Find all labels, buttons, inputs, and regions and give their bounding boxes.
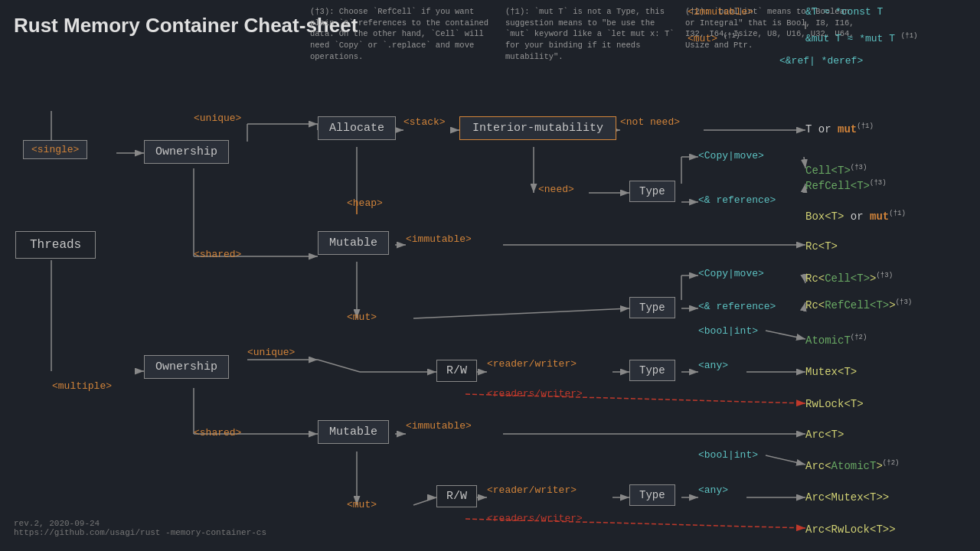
- box-type: Box<T> or mut(†1): [805, 210, 906, 223]
- svg-line-31: [413, 308, 629, 318]
- t-or-mut-type: T or mut(†1): [805, 122, 874, 135]
- mut-ref-top-label: <mut> (†1): [688, 32, 740, 44]
- reader-writer1-label: <reader/writer>: [487, 358, 577, 370]
- single-box: <single>: [23, 140, 87, 159]
- need-label: <need>: [538, 184, 574, 195]
- note-1: (†1): `mut T` is not a Type, this sugges…: [505, 6, 681, 62]
- bool-int2-label: <bool|int>: [698, 449, 758, 461]
- mut1-label: <mut>: [347, 311, 377, 323]
- svg-line-60: [766, 455, 805, 465]
- rw2-box: R/W: [436, 485, 477, 507]
- arc-atomic-type: Arc<AtomicT>(†2): [805, 459, 899, 472]
- rc-cell-type: Rc<Cell<T>>(†3): [805, 272, 893, 285]
- svg-line-37: [766, 331, 805, 339]
- shared1-label: <shared>: [194, 249, 241, 260]
- rw1-box: R/W: [436, 360, 477, 382]
- arc-rwlock-type: Arc<RwLock<T>>: [805, 523, 896, 536]
- type1-box: Type: [629, 181, 675, 202]
- threads-box: Threads: [15, 231, 96, 259]
- copy-move1-label: <Copy|move>: [698, 150, 764, 161]
- mutable2-box: Mutable: [318, 420, 389, 444]
- svg-line-53: [413, 497, 436, 505]
- mutable1-box: Mutable: [318, 231, 389, 255]
- cell-type: Cell<T>(†3): [805, 164, 867, 177]
- readers-writer1-label: <readers/writer>: [487, 388, 583, 399]
- ref-ref2-label: <& reference>: [698, 301, 776, 312]
- reader-writer2-label: <reader/writer>: [487, 484, 577, 496]
- ref-deref-label: <&ref| *deref>: [779, 55, 863, 67]
- note-3: (†3): Choose `RefCell` if you want plain…: [310, 6, 501, 62]
- any1-label: <any>: [698, 360, 728, 371]
- mut-ref-label: &mut T ≈ *mut T (†1): [805, 32, 917, 44]
- multiple-label: <multiple>: [52, 380, 112, 392]
- allocate-box: Allocate: [318, 116, 396, 140]
- rc-refcell-type: Rc<RefCell<T>>(†3): [805, 298, 912, 311]
- mutex-type: Mutex<T>: [805, 366, 857, 378]
- footnote: rev.2, 2020-09-24 https://github.com/usa…: [14, 519, 266, 537]
- arc-mutex-type: Arc<Mutex<T>>: [805, 491, 889, 504]
- rc-type: Rc<T>: [805, 240, 838, 253]
- const-ref-top-label: &T ≈ *const T: [805, 6, 883, 18]
- immutable2-label: <immutable>: [406, 420, 472, 432]
- immutable1-label: <immutable>: [406, 233, 472, 245]
- type4-box: Type: [629, 484, 675, 506]
- type2-box: Type: [629, 297, 675, 318]
- ownership2-box: Ownership: [144, 355, 229, 379]
- stack-label: <stack>: [403, 116, 446, 128]
- any2-label: <any>: [698, 484, 728, 496]
- rwlock-type: RwLock<T>: [805, 398, 864, 410]
- copy-move2-label: <Copy|move>: [698, 268, 764, 279]
- arc-type: Arc<T>: [805, 429, 844, 441]
- ref-ref1-label: <& reference>: [698, 194, 776, 206]
- page-title: Rust Memory Container Cheat-sheet: [14, 14, 358, 37]
- unique1-label: <unique>: [194, 112, 241, 124]
- bool-int1-label: <bool|int>: [698, 325, 758, 337]
- interior-mutability-box: Interior-mutability: [459, 116, 616, 140]
- atomic-type: AtomicT(†2): [805, 334, 867, 347]
- refcell-type: RefCell<T>(†3): [805, 179, 887, 192]
- immutable-top-label: <immutable>: [688, 6, 753, 18]
- ownership1-box: Ownership: [144, 140, 229, 164]
- svg-line-43: [318, 360, 360, 372]
- type3-box: Type: [629, 360, 675, 381]
- shared2-label: <shared>: [194, 427, 241, 439]
- readers-writer2-label: <readers/writer>: [487, 513, 583, 524]
- unique2-label: <unique>: [247, 347, 295, 358]
- heap-label: <heap>: [347, 197, 383, 209]
- not-need-label: <not need>: [620, 116, 680, 128]
- mut3-label: <mut>: [347, 499, 377, 510]
